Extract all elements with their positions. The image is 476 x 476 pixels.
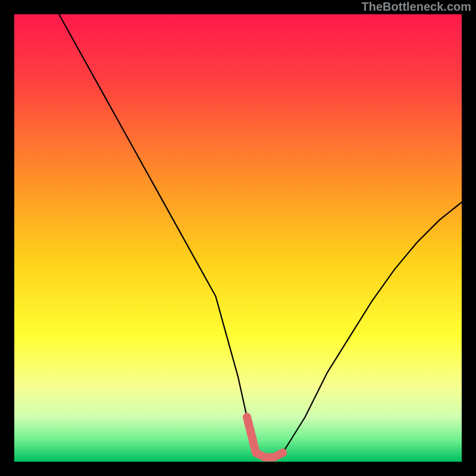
plot-area bbox=[14, 14, 462, 462]
bottleneck-curve bbox=[14, 14, 462, 462]
chart-frame: TheBottleneck.com bbox=[0, 0, 476, 476]
watermark-text: TheBottleneck.com bbox=[362, 0, 471, 14]
